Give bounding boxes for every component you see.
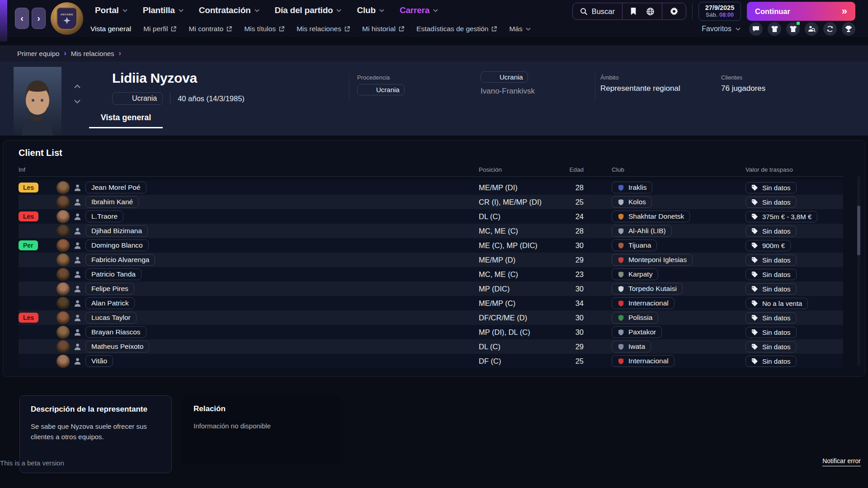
- scrollbar-thumb[interactable]: [857, 206, 860, 255]
- subnav-mis-relaciones[interactable]: Mis relaciones: [297, 25, 350, 33]
- club-crest-icon: [618, 300, 624, 307]
- messages-icon: [752, 26, 760, 33]
- transfer-value-chip[interactable]: Sin datos: [745, 341, 797, 352]
- player-name-chip[interactable]: Brayan Riascos: [85, 326, 146, 338]
- club-chip[interactable]: Polissia: [612, 312, 658, 324]
- table-row[interactable]: Vitão DF (C) 25 Internacional Sin datos: [19, 354, 843, 368]
- club-chip[interactable]: Torpedo Kutaisi: [612, 283, 683, 295]
- club-chip[interactable]: Kolos: [612, 196, 652, 208]
- player-name-chip[interactable]: Felipe Pires: [85, 283, 134, 295]
- table-row[interactable]: Per Domingo Blanco ME (C), MP (DIC) 30 T…: [19, 238, 843, 253]
- transfer-value-chip[interactable]: Sin datos: [745, 254, 797, 266]
- club-chip[interactable]: Iwata: [612, 341, 651, 352]
- player-name-chip[interactable]: Fabricio Alvarenga: [85, 254, 155, 266]
- subnav-mi-contrato[interactable]: Mi contrato: [189, 25, 232, 33]
- transfer-value-chip[interactable]: Sin datos: [745, 283, 797, 295]
- col-age[interactable]: Edad: [556, 166, 587, 173]
- transfer-value-chip[interactable]: Sin datos: [745, 225, 797, 237]
- table-row[interactable]: Alan Patrick ME/MP (C) 34 Internacional …: [19, 296, 843, 310]
- table-row[interactable]: Ibrahim Kané CR (I), ME/MP (DI) 25 Kolos…: [19, 195, 843, 209]
- transfer-value-chip[interactable]: 375m € - 3,8M €: [745, 211, 817, 222]
- player-name-chip[interactable]: Vitão: [85, 355, 113, 367]
- trophy-button[interactable]: [842, 22, 855, 36]
- player-name-chip[interactable]: Jean Morel Poé: [85, 182, 146, 193]
- transfer-value-chip[interactable]: Sin datos: [745, 197, 797, 208]
- nav-dia-del-partido[interactable]: Día del partido: [275, 5, 342, 15]
- breadcrumb-first-team[interactable]: Primer equipo: [17, 50, 59, 57]
- transfer-value-chip[interactable]: Sin datos: [745, 269, 797, 280]
- subnav-mis-titulos[interactable]: Mis títulos: [244, 25, 284, 33]
- table-row[interactable]: Les Lucas Taylor DF/CR/ME (D) 30 Polissi…: [19, 310, 843, 325]
- club-chip[interactable]: Al-Ahli (LIB): [612, 225, 672, 237]
- club-chip[interactable]: Paxtakor: [612, 326, 662, 338]
- report-error-link[interactable]: Notificar error: [822, 457, 861, 466]
- forward-button[interactable]: ›: [32, 8, 46, 29]
- nationality-chip[interactable]: Ucrania: [112, 92, 163, 105]
- transfer-value-chip[interactable]: Sin datos: [745, 312, 797, 324]
- table-row[interactable]: Patricio Tanda MC, ME (C) 23 Karpaty Sin…: [19, 267, 843, 282]
- subnav-mi-historial[interactable]: Mi historial: [362, 25, 404, 33]
- kit-button[interactable]: [768, 22, 781, 36]
- player-name-chip[interactable]: Patricio Tanda: [85, 268, 142, 280]
- nav-plantilla[interactable]: Plantilla: [143, 5, 184, 15]
- col-value[interactable]: Valor de traspaso: [745, 166, 843, 173]
- table-row[interactable]: Felipe Pires MP (DIC) 30 Torpedo Kutaisi…: [19, 282, 843, 296]
- table-row[interactable]: Brayan Riascos MP (DI), DL (C) 30 Paxtak…: [19, 325, 843, 339]
- player-name-chip[interactable]: L.Traore: [85, 211, 123, 222]
- col-position[interactable]: Posición: [479, 166, 556, 173]
- nav-club[interactable]: Club: [357, 5, 384, 15]
- nav-contratacion[interactable]: Contratación: [199, 5, 259, 15]
- breadcrumb-my-relations[interactable]: Mis relaciones: [71, 50, 114, 57]
- transfer-value-chip[interactable]: Sin datos: [745, 182, 797, 193]
- transfer-value-chip[interactable]: Sin datos: [745, 327, 797, 338]
- table-row[interactable]: Matheus Peixoto DL (C) 29 Iwata Sin dato…: [19, 339, 843, 354]
- table-row[interactable]: Fabricio Alvarenga ME/MP (D) 29 Montepon…: [19, 253, 843, 267]
- previous-person-button[interactable]: [74, 83, 80, 90]
- club-chip[interactable]: Internacional: [612, 355, 675, 367]
- scouting-button[interactable]: [805, 22, 818, 36]
- settings-button[interactable]: [662, 3, 686, 19]
- world-icon[interactable]: [646, 7, 655, 16]
- club-chip[interactable]: Shakhtar Donetsk: [612, 211, 690, 222]
- transfer-value-chip[interactable]: Sin datos: [745, 356, 797, 367]
- club-chip[interactable]: Karpaty: [612, 268, 658, 280]
- subnav-mi-perfil[interactable]: Mi perfil: [143, 25, 176, 33]
- col-inf[interactable]: Inf: [19, 166, 46, 173]
- favorites-dropdown[interactable]: Favoritos: [702, 25, 741, 33]
- player-name-chip[interactable]: Lucas Taylor: [85, 312, 137, 324]
- club-crest-anyang[interactable]: ANYANG: [51, 2, 83, 35]
- table-row[interactable]: Les L.Traore DL (C) 24 Shakhtar Donetsk …: [19, 209, 843, 224]
- club-chip[interactable]: Tijuana: [612, 239, 657, 251]
- kit-status-button[interactable]: [786, 22, 800, 36]
- transfer-value-chip[interactable]: No a la venta: [745, 298, 808, 309]
- player-name-chip[interactable]: Djihad Bizimana: [85, 225, 148, 237]
- nav-portal[interactable]: Portal: [95, 5, 127, 15]
- next-person-button[interactable]: [74, 98, 80, 105]
- subnav-more[interactable]: Más: [509, 25, 530, 33]
- origin-country-chip[interactable]: Ucrania: [357, 84, 405, 95]
- messages-button[interactable]: [749, 22, 763, 36]
- kit-icon: [771, 25, 778, 33]
- club-chip[interactable]: Iraklis: [612, 182, 652, 193]
- club-chip[interactable]: Monteponi Iglesias: [612, 254, 693, 266]
- table-row[interactable]: Djihad Bizimana MC, ME (C) 28 Al-Ahli (L…: [19, 224, 843, 238]
- club-chip[interactable]: Internacional: [612, 297, 675, 309]
- table-row[interactable]: Les Jean Morel Poé ME/MP (DI) 28 Iraklis…: [19, 180, 843, 195]
- subnav-estadisticas-de-gestion[interactable]: Estadísticas de gestión: [416, 25, 497, 33]
- transfer-value-chip[interactable]: 900m €: [745, 240, 791, 251]
- player-name-chip[interactable]: Matheus Peixoto: [85, 341, 149, 352]
- tab-overview[interactable]: Vista general: [89, 108, 163, 128]
- col-club[interactable]: Club: [587, 166, 745, 173]
- player-name-chip[interactable]: Ibrahim Kané: [85, 196, 139, 208]
- subnav-vista-general[interactable]: Vista general: [90, 25, 131, 33]
- birth-country-chip[interactable]: Ucrania: [481, 71, 528, 83]
- player-name-chip[interactable]: Domingo Blanco: [85, 239, 149, 251]
- continue-button[interactable]: Continuar »: [747, 2, 855, 21]
- back-button[interactable]: ‹: [15, 8, 29, 29]
- scrollbar-track[interactable]: [857, 176, 860, 366]
- nav-carrera[interactable]: Carrera: [400, 5, 438, 15]
- search-button[interactable]: Buscar: [573, 3, 622, 19]
- player-name-chip[interactable]: Alan Patrick: [85, 297, 135, 309]
- sync-button[interactable]: [823, 22, 837, 36]
- bookmark-icon[interactable]: [630, 7, 637, 15]
